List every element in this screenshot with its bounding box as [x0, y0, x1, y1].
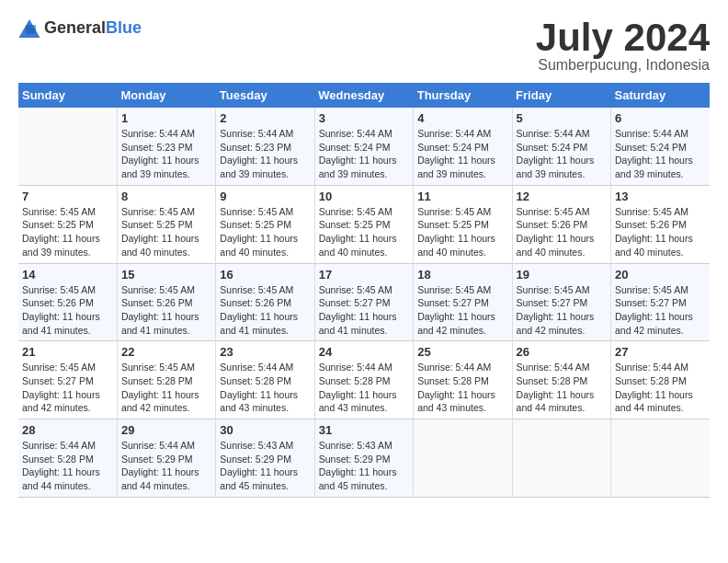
day-number: 26 [517, 345, 607, 359]
day-info: Sunrise: 5:45 AM Sunset: 5:26 PM Dayligh… [615, 205, 706, 259]
calendar-cell: 10Sunrise: 5:45 AM Sunset: 5:25 PM Dayli… [314, 185, 413, 263]
calendar-table: Sunday Monday Tuesday Wednesday Thursday… [18, 83, 710, 498]
day-number: 8 [121, 190, 211, 203]
day-number: 20 [615, 268, 706, 282]
col-thursday: Thursday [414, 83, 512, 108]
day-number: 6 [615, 111, 706, 125]
day-number: 9 [220, 190, 310, 203]
calendar-cell: 3Sunrise: 5:44 AM Sunset: 5:24 PM Daylig… [314, 108, 413, 185]
calendar-cell [414, 419, 512, 498]
day-number: 31 [319, 423, 409, 437]
day-number: 5 [517, 111, 607, 125]
day-info: Sunrise: 5:45 AM Sunset: 5:27 PM Dayligh… [417, 283, 507, 338]
calendar-week-row: 28Sunrise: 5:44 AM Sunset: 5:28 PM Dayli… [18, 419, 710, 498]
month-title: July 2024 [536, 18, 710, 57]
day-info: Sunrise: 5:45 AM Sunset: 5:26 PM Dayligh… [22, 283, 113, 338]
location-subtitle: Sumberpucung, Indonesia [536, 57, 710, 74]
calendar-cell: 21Sunrise: 5:45 AM Sunset: 5:27 PM Dayli… [18, 341, 117, 419]
calendar-cell: 19Sunrise: 5:45 AM Sunset: 5:27 PM Dayli… [512, 263, 610, 341]
day-info: Sunrise: 5:45 AM Sunset: 5:27 PM Dayligh… [517, 283, 607, 338]
calendar-cell: 28Sunrise: 5:44 AM Sunset: 5:28 PM Dayli… [18, 419, 117, 498]
calendar-week-row: 21Sunrise: 5:45 AM Sunset: 5:27 PM Dayli… [18, 341, 710, 419]
day-number: 3 [319, 111, 409, 125]
calendar-cell: 5Sunrise: 5:44 AM Sunset: 5:24 PM Daylig… [512, 108, 610, 185]
calendar-week-row: 1Sunrise: 5:44 AM Sunset: 5:23 PM Daylig… [18, 108, 710, 185]
svg-marker-1 [26, 25, 36, 33]
day-number: 28 [22, 423, 113, 437]
day-info: Sunrise: 5:43 AM Sunset: 5:29 PM Dayligh… [319, 439, 409, 493]
day-info: Sunrise: 5:44 AM Sunset: 5:28 PM Dayligh… [615, 361, 706, 415]
calendar-cell: 15Sunrise: 5:45 AM Sunset: 5:26 PM Dayli… [117, 263, 215, 341]
day-number: 2 [220, 111, 310, 125]
day-info: Sunrise: 5:45 AM Sunset: 5:27 PM Dayligh… [615, 283, 706, 338]
calendar-cell: 31Sunrise: 5:43 AM Sunset: 5:29 PM Dayli… [314, 419, 413, 498]
calendar-cell: 30Sunrise: 5:43 AM Sunset: 5:29 PM Dayli… [216, 419, 314, 498]
day-number: 14 [22, 268, 113, 282]
calendar-cell: 16Sunrise: 5:45 AM Sunset: 5:26 PM Dayli… [216, 263, 314, 341]
calendar-cell: 26Sunrise: 5:44 AM Sunset: 5:28 PM Dayli… [512, 341, 610, 419]
day-info: Sunrise: 5:45 AM Sunset: 5:25 PM Dayligh… [319, 205, 409, 259]
day-info: Sunrise: 5:45 AM Sunset: 5:26 PM Dayligh… [121, 283, 211, 338]
day-info: Sunrise: 5:44 AM Sunset: 5:28 PM Dayligh… [517, 361, 607, 415]
day-number: 22 [121, 345, 211, 359]
day-number: 12 [517, 190, 607, 203]
logo-blue-text: Blue [106, 18, 142, 37]
calendar-cell: 29Sunrise: 5:44 AM Sunset: 5:29 PM Dayli… [117, 419, 215, 498]
day-info: Sunrise: 5:45 AM Sunset: 5:28 PM Dayligh… [121, 361, 211, 415]
calendar-cell: 23Sunrise: 5:44 AM Sunset: 5:28 PM Dayli… [216, 341, 314, 419]
calendar-cell: 11Sunrise: 5:45 AM Sunset: 5:25 PM Dayli… [414, 185, 512, 263]
day-number: 7 [22, 190, 113, 203]
day-number: 4 [417, 111, 507, 125]
day-number: 30 [220, 423, 310, 437]
header: GeneralBlue July 2024 Sumberpucung, Indo… [18, 18, 710, 74]
calendar-cell: 20Sunrise: 5:45 AM Sunset: 5:27 PM Dayli… [611, 263, 710, 341]
day-info: Sunrise: 5:44 AM Sunset: 5:24 PM Dayligh… [615, 127, 706, 181]
day-number: 23 [220, 345, 310, 359]
calendar-week-row: 14Sunrise: 5:45 AM Sunset: 5:26 PM Dayli… [18, 263, 710, 341]
day-info: Sunrise: 5:45 AM Sunset: 5:25 PM Dayligh… [417, 205, 507, 259]
calendar-cell: 22Sunrise: 5:45 AM Sunset: 5:28 PM Dayli… [117, 341, 215, 419]
title-area: July 2024 Sumberpucung, Indonesia [536, 18, 710, 74]
day-info: Sunrise: 5:44 AM Sunset: 5:28 PM Dayligh… [319, 361, 409, 415]
calendar-cell [512, 419, 610, 498]
day-number: 27 [615, 345, 706, 359]
day-info: Sunrise: 5:44 AM Sunset: 5:28 PM Dayligh… [220, 361, 310, 415]
day-number: 24 [319, 345, 409, 359]
calendar-cell: 14Sunrise: 5:45 AM Sunset: 5:26 PM Dayli… [18, 263, 117, 341]
calendar-header-row: Sunday Monday Tuesday Wednesday Thursday… [18, 83, 710, 108]
day-number: 16 [220, 268, 310, 282]
col-friday: Friday [512, 83, 610, 108]
day-info: Sunrise: 5:45 AM Sunset: 5:27 PM Dayligh… [22, 361, 113, 415]
col-sunday: Sunday [18, 83, 117, 108]
calendar-cell: 2Sunrise: 5:44 AM Sunset: 5:23 PM Daylig… [216, 108, 314, 185]
col-tuesday: Tuesday [216, 83, 314, 108]
day-number: 1 [121, 111, 211, 125]
day-info: Sunrise: 5:44 AM Sunset: 5:24 PM Dayligh… [417, 127, 507, 181]
calendar-cell [611, 419, 710, 498]
day-number: 29 [121, 423, 211, 437]
calendar-cell: 7Sunrise: 5:45 AM Sunset: 5:25 PM Daylig… [18, 185, 117, 263]
day-number: 11 [417, 190, 507, 203]
day-number: 25 [417, 345, 507, 359]
calendar-cell: 25Sunrise: 5:44 AM Sunset: 5:28 PM Dayli… [414, 341, 512, 419]
calendar-cell [18, 108, 117, 185]
day-number: 13 [615, 190, 706, 203]
calendar-cell: 9Sunrise: 5:45 AM Sunset: 5:25 PM Daylig… [216, 185, 314, 263]
day-info: Sunrise: 5:44 AM Sunset: 5:28 PM Dayligh… [22, 439, 113, 493]
calendar-cell: 17Sunrise: 5:45 AM Sunset: 5:27 PM Dayli… [314, 263, 413, 341]
calendar-cell: 4Sunrise: 5:44 AM Sunset: 5:24 PM Daylig… [414, 108, 512, 185]
day-number: 18 [417, 268, 507, 282]
day-number: 10 [319, 190, 409, 203]
day-info: Sunrise: 5:45 AM Sunset: 5:26 PM Dayligh… [517, 205, 607, 259]
day-info: Sunrise: 5:45 AM Sunset: 5:26 PM Dayligh… [220, 283, 310, 338]
day-info: Sunrise: 5:44 AM Sunset: 5:23 PM Dayligh… [220, 127, 310, 181]
calendar-cell: 18Sunrise: 5:45 AM Sunset: 5:27 PM Dayli… [414, 263, 512, 341]
day-info: Sunrise: 5:43 AM Sunset: 5:29 PM Dayligh… [220, 439, 310, 493]
day-info: Sunrise: 5:45 AM Sunset: 5:25 PM Dayligh… [220, 205, 310, 259]
day-info: Sunrise: 5:44 AM Sunset: 5:24 PM Dayligh… [517, 127, 607, 181]
day-info: Sunrise: 5:44 AM Sunset: 5:29 PM Dayligh… [121, 439, 211, 493]
day-info: Sunrise: 5:45 AM Sunset: 5:25 PM Dayligh… [121, 205, 211, 259]
calendar-week-row: 7Sunrise: 5:45 AM Sunset: 5:25 PM Daylig… [18, 185, 710, 263]
col-monday: Monday [117, 83, 215, 108]
col-wednesday: Wednesday [314, 83, 413, 108]
